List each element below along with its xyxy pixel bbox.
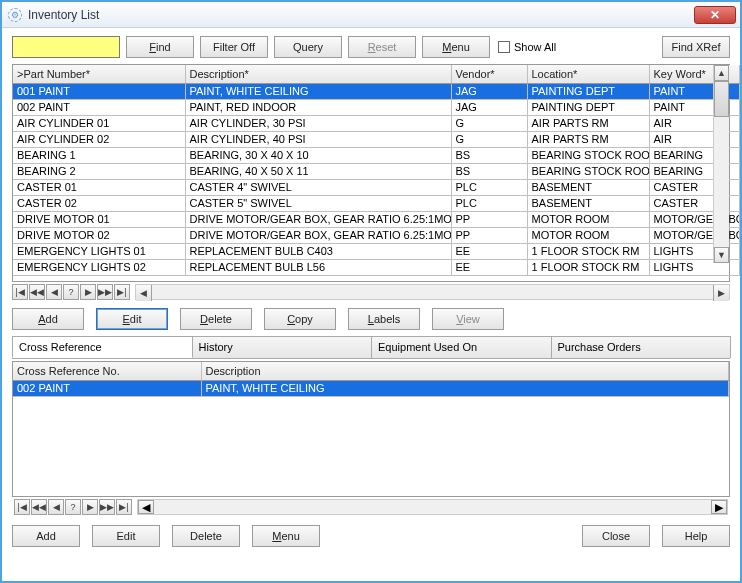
cell: AIR CYLINDER 02 xyxy=(13,131,185,147)
close-icon[interactable]: ✕ xyxy=(694,6,736,24)
tab-purchase-orders[interactable]: Purchase Orders xyxy=(551,336,732,358)
cell: BEARING STOCK ROOM xyxy=(527,163,649,179)
col-part-number[interactable]: >Part Number* xyxy=(13,65,185,83)
tab-cross-reference[interactable]: Cross Reference xyxy=(12,336,193,358)
app-icon: ⚙ xyxy=(8,8,22,22)
cell: MOTOR ROOM xyxy=(527,227,649,243)
cell: 1 FLOOR STOCK RM xyxy=(527,243,649,259)
table-row[interactable]: 001 PAINTPAINT, WHITE CEILINGJAGPAINTING… xyxy=(13,83,739,99)
table-row[interactable]: BEARING 2BEARING, 40 X 50 X 11BSBEARING … xyxy=(13,163,739,179)
footer-add-button[interactable]: Add xyxy=(12,525,80,547)
dnav-first-icon[interactable]: |◀ xyxy=(14,499,30,515)
dhscroll-left-icon[interactable]: ◀ xyxy=(138,500,154,514)
nav-next-icon[interactable]: ▶ xyxy=(80,284,96,300)
menu-button[interactable]: Menu xyxy=(422,36,490,58)
scroll-thumb[interactable] xyxy=(714,81,729,117)
cell: EE xyxy=(451,243,527,259)
table-row[interactable]: AIR CYLINDER 01AIR CYLINDER, 30 PSIGAIR … xyxy=(13,115,739,131)
nav-next-page-icon[interactable]: ▶▶ xyxy=(97,284,113,300)
col-location[interactable]: Location* xyxy=(527,65,649,83)
query-button[interactable]: Query xyxy=(274,36,342,58)
detail-col-description[interactable]: Description xyxy=(201,362,729,380)
cell: G xyxy=(451,115,527,131)
cell: DRIVE MOTOR 02 xyxy=(13,227,185,243)
nav-last-icon[interactable]: ▶| xyxy=(114,284,130,300)
cell: AIR CYLINDER, 40 PSI xyxy=(185,131,451,147)
table-row[interactable]: 002 PAINTPAINT, WHITE CEILING xyxy=(13,380,729,396)
table-row[interactable]: DRIVE MOTOR 01DRIVE MOTOR/GEAR BOX, GEAR… xyxy=(13,211,739,227)
scroll-up-icon[interactable]: ▲ xyxy=(714,65,729,81)
cell: PAINT, WHITE CEILING xyxy=(185,83,451,99)
dnav-help-icon[interactable]: ? xyxy=(65,499,81,515)
col-vendor[interactable]: Vendor* xyxy=(451,65,527,83)
dnav-next-page-icon[interactable]: ▶▶ xyxy=(99,499,115,515)
show-all-label: Show All xyxy=(514,41,556,53)
table-row[interactable]: CASTER 01CASTER 4" SWIVELPLCBASEMENTCAST… xyxy=(13,179,739,195)
hscroll-left-icon[interactable]: ◀ xyxy=(136,285,152,301)
cell: AIR PARTS RM xyxy=(527,131,649,147)
detail-col-ref-no[interactable]: Cross Reference No. xyxy=(13,362,201,380)
nav-prev-page-icon[interactable]: ◀◀ xyxy=(29,284,45,300)
window-title: Inventory List xyxy=(28,8,694,22)
delete-button[interactable]: Delete xyxy=(180,308,252,330)
cell: PAINTING DEPT xyxy=(527,83,649,99)
labels-button[interactable]: Labels xyxy=(348,308,420,330)
inventory-grid[interactable]: >Part Number* Description* Vendor* Locat… xyxy=(12,64,730,282)
find-xref-button[interactable]: Find XRef xyxy=(662,36,730,58)
tab-history[interactable]: History xyxy=(192,336,373,358)
checkbox-icon xyxy=(498,41,510,53)
footer-delete-button[interactable]: Delete xyxy=(172,525,240,547)
cell: CASTER 01 xyxy=(13,179,185,195)
vertical-scrollbar[interactable]: ▲ ▼ xyxy=(713,65,729,263)
table-row[interactable]: EMERGENCY LIGHTS 02REPLACEMENT BULB L56E… xyxy=(13,259,739,275)
tab-equipment[interactable]: Equipment Used On xyxy=(371,336,552,358)
dnav-prev-icon[interactable]: ◀ xyxy=(48,499,64,515)
footer-edit-button[interactable]: Edit xyxy=(92,525,160,547)
cell: PAINT, WHITE CEILING xyxy=(201,380,729,396)
table-row[interactable]: AIR CYLINDER 02AIR CYLINDER, 40 PSIGAIR … xyxy=(13,131,739,147)
search-input[interactable] xyxy=(12,36,120,58)
detail-grid[interactable]: Cross Reference No. Description 002 PAIN… xyxy=(12,361,730,497)
table-row[interactable]: EMERGENCY LIGHTS 01REPLACEMENT BULB C403… xyxy=(13,243,739,259)
table-row[interactable]: DRIVE MOTOR 02DRIVE MOTOR/GEAR BOX, GEAR… xyxy=(13,227,739,243)
edit-button[interactable]: Edit xyxy=(96,308,168,330)
filter-off-button[interactable]: Filter Off xyxy=(200,36,268,58)
footer-menu-button[interactable]: Menu xyxy=(252,525,320,547)
dnav-last-icon[interactable]: ▶| xyxy=(116,499,132,515)
copy-button[interactable]: Copy xyxy=(264,308,336,330)
view-button[interactable]: View xyxy=(432,308,504,330)
nav-first-icon[interactable]: |◀ xyxy=(12,284,28,300)
col-description[interactable]: Description* xyxy=(185,65,451,83)
toolbar: Find Filter Off Query Reset Menu Show Al… xyxy=(2,28,740,64)
cell: PP xyxy=(451,227,527,243)
cell: REPLACEMENT BULB L56 xyxy=(185,259,451,275)
hscroll-right-icon[interactable]: ▶ xyxy=(713,285,729,301)
nav-help-icon[interactable]: ? xyxy=(63,284,79,300)
cell: MOTOR ROOM xyxy=(527,211,649,227)
nav-prev-icon[interactable]: ◀ xyxy=(46,284,62,300)
dnav-prev-page-icon[interactable]: ◀◀ xyxy=(31,499,47,515)
cell: CASTER 4" SWIVEL xyxy=(185,179,451,195)
reset-button[interactable]: Reset xyxy=(348,36,416,58)
show-all-checkbox[interactable]: Show All xyxy=(498,41,556,53)
table-row[interactable]: 002 PAINTPAINT, RED INDOORJAGPAINTING DE… xyxy=(13,99,739,115)
table-row[interactable]: CASTER 02CASTER 5" SWIVELPLCBASEMENTCAST… xyxy=(13,195,739,211)
scroll-down-icon[interactable]: ▼ xyxy=(714,247,729,263)
dnav-hscroll[interactable]: ◀ ▶ xyxy=(137,499,728,515)
add-button[interactable]: Add xyxy=(12,308,84,330)
footer-help-button[interactable]: Help xyxy=(662,525,730,547)
cell: BS xyxy=(451,147,527,163)
dhscroll-right-icon[interactable]: ▶ xyxy=(711,500,727,514)
footer-close-button[interactable]: Close xyxy=(582,525,650,547)
cell: AIR CYLINDER 01 xyxy=(13,115,185,131)
cell: BASEMENT xyxy=(527,179,649,195)
cell: 002 PAINT xyxy=(13,380,201,396)
dnav-next-icon[interactable]: ▶ xyxy=(82,499,98,515)
nav-hscroll[interactable]: ◀ ▶ xyxy=(135,284,730,300)
cell: DRIVE MOTOR 01 xyxy=(13,211,185,227)
table-row[interactable]: BEARING 1BEARING, 30 X 40 X 10BSBEARING … xyxy=(13,147,739,163)
find-button[interactable]: Find xyxy=(126,36,194,58)
cell: JAG xyxy=(451,83,527,99)
scroll-track[interactable] xyxy=(714,117,729,247)
cell: PAINTING DEPT xyxy=(527,99,649,115)
